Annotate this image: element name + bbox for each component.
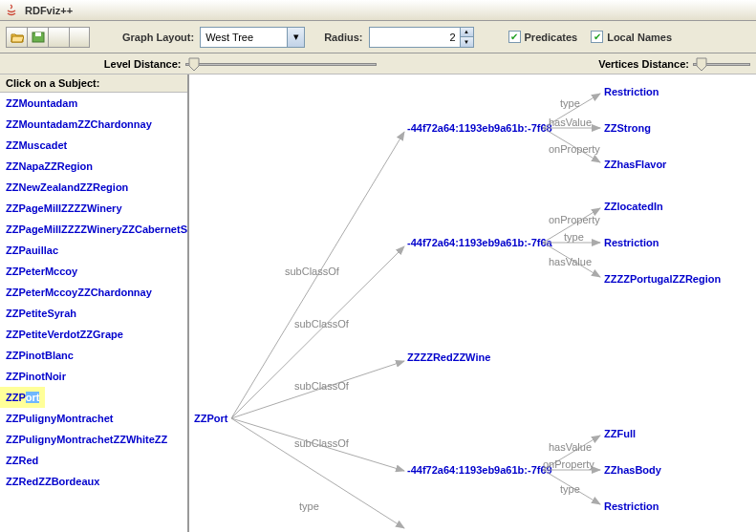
edge-label: hasValue	[549, 256, 592, 267]
toolbar: Graph Layout: West Tree ▾ Radius: ▲ ▼ ✔ …	[0, 21, 756, 53]
save-button[interactable]	[27, 27, 48, 48]
subject-item[interactable]: ZZPulignyMontrachet	[0, 408, 187, 429]
vertices-distance-slider[interactable]	[693, 56, 750, 72]
graph-node[interactable]: ZZZZPortugalZZRegion	[604, 273, 721, 285]
main-area: Click on a Subject: ZZMountadamZZMountad…	[0, 74, 756, 532]
edge-label: hasValue	[549, 117, 592, 128]
graph-node[interactable]: ZZStrong	[604, 122, 651, 134]
subject-scroll[interactable]: ZZMountadamZZMountadamZZChardonnayZZMusc…	[0, 93, 187, 532]
toolbar-button-4[interactable]	[69, 27, 90, 48]
slider-row: Level Distance: Vertices Distance:	[0, 53, 756, 74]
graph-node[interactable]: ZZhasBody	[604, 464, 662, 476]
graph-layout-combo[interactable]: West Tree ▾	[200, 27, 305, 48]
subject-item[interactable]: ZZPageMillZZZZWinery	[0, 198, 187, 219]
edge-label: onProperty	[549, 214, 600, 225]
edge-label: type	[560, 97, 580, 109]
graph-node[interactable]: -44f72a64:1193eb9a61b:-7f68	[407, 122, 552, 134]
subject-item[interactable]: ZZPetiteSyrah	[0, 303, 187, 324]
graph-node[interactable]: ZZFull	[604, 428, 636, 439]
radius-input[interactable]	[370, 28, 460, 47]
subject-item[interactable]: ZZPeterMccoy	[0, 261, 187, 282]
graph-node[interactable]: -44f72a64:1193eb9a61b:-7f6a	[407, 237, 553, 248]
file-button-group	[6, 27, 90, 48]
subject-item[interactable]: ZZPort	[0, 387, 45, 408]
radius-up-button[interactable]: ▲	[461, 28, 473, 38]
checkmark-icon: ✔	[508, 31, 521, 43]
radius-down-button[interactable]: ▼	[461, 37, 473, 47]
checkmark-icon: ✔	[591, 31, 603, 43]
subject-item[interactable]: ZZPageMillZZZZWineryZZCabernetSauvignon	[0, 219, 187, 240]
subject-item[interactable]: ZZPauillac	[0, 240, 187, 261]
graph-layout-label: Graph Layout:	[122, 32, 194, 43]
toolbar-button-3[interactable]	[48, 27, 69, 48]
edge-label: subClassOf	[294, 380, 350, 392]
subject-item[interactable]: ZZMuscadet	[0, 135, 187, 156]
edge-label: onProperty	[543, 458, 594, 470]
subject-item[interactable]: ZZPetiteVerdotZZGrape	[0, 324, 187, 345]
subject-item[interactable]: ZZNewZealandZZRegion	[0, 177, 187, 198]
graph-root-node[interactable]: ZZPort	[194, 413, 228, 424]
subject-item[interactable]: ZZMountadamZZChardonnay	[0, 114, 187, 135]
subject-item[interactable]: ZZPulignyMontrachetZZWhiteZZ	[0, 429, 187, 450]
graph-canvas[interactable]: ZZPort subClassOf subClassOf subClassOf …	[189, 74, 756, 532]
edge-label: subClassOf	[294, 318, 350, 330]
svg-rect-1	[35, 32, 41, 36]
local-names-checkbox[interactable]: ✔ Local Names	[591, 31, 672, 43]
vertices-distance-label: Vertices Distance:	[598, 58, 689, 70]
predicates-checkbox[interactable]: ✔ Predicates	[508, 31, 578, 43]
sidebar-title: Click on a Subject:	[0, 74, 187, 93]
chevron-down-icon[interactable]: ▾	[287, 28, 304, 47]
graph-node[interactable]: ZZhasFlavor	[604, 159, 667, 170]
subject-item[interactable]: ZZPeterMccoyZZChardonnay	[0, 282, 187, 303]
slider-thumb-icon[interactable]	[695, 57, 710, 73]
edge-label: subClassOf	[285, 266, 340, 277]
slider-thumb-icon[interactable]	[187, 57, 203, 73]
open-button[interactable]	[6, 27, 27, 48]
edge-label: type	[299, 500, 319, 512]
edge-label: hasValue	[549, 441, 592, 453]
subject-item[interactable]: ZZRedZZBordeaux	[0, 471, 187, 492]
subject-item[interactable]: ZZPinotNoir	[0, 366, 187, 387]
sidebar: Click on a Subject: ZZMountadamZZMountad…	[0, 74, 189, 532]
graph-node[interactable]: Restriction	[604, 237, 659, 248]
level-distance-label: Level Distance:	[104, 58, 182, 70]
radius-spinner[interactable]: ▲ ▼	[369, 27, 474, 48]
graph-layout-value: West Tree	[201, 28, 287, 47]
edge-label: onProperty	[549, 143, 600, 155]
local-names-label: Local Names	[607, 32, 672, 43]
graph-node[interactable]: -44f72a64:1193eb9a61b:-7f69	[407, 464, 552, 476]
subject-item[interactable]: ZZRed	[0, 450, 187, 471]
level-distance-slider[interactable]	[185, 56, 377, 72]
java-icon	[4, 3, 19, 18]
graph-node[interactable]: Restriction	[604, 86, 659, 97]
predicates-label: Predicates	[525, 32, 578, 43]
titlebar: RDFviz++	[0, 0, 756, 21]
subject-item[interactable]: ZZPinotBlanc	[0, 345, 187, 366]
graph-node[interactable]: Restriction	[604, 500, 659, 512]
edge-label: type	[564, 231, 584, 243]
graph-node[interactable]: ZZlocatedIn	[604, 201, 663, 212]
radius-label: Radius:	[324, 32, 362, 43]
graph-node[interactable]: ZZZZRedZZWine	[407, 351, 490, 363]
edge-label: type	[560, 483, 580, 495]
subject-item[interactable]: ZZMountadam	[0, 93, 187, 114]
window-title: RDFviz++	[25, 5, 73, 16]
edge-label: subClassOf	[294, 437, 350, 449]
subject-list: ZZMountadamZZMountadamZZChardonnayZZMusc…	[0, 93, 187, 532]
subject-item[interactable]: ZZNapaZZRegion	[0, 156, 187, 177]
